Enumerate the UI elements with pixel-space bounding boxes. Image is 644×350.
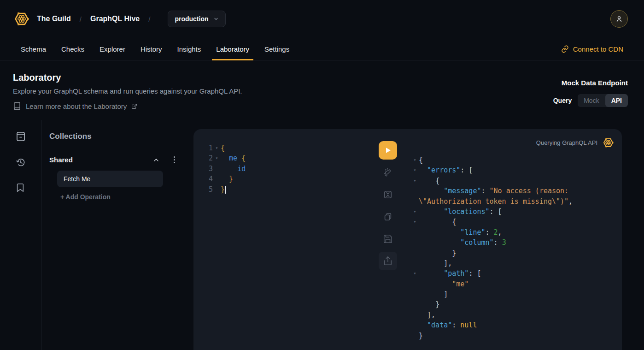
- share-icon: [383, 256, 393, 266]
- fold-arrow-icon[interactable]: ▾: [411, 268, 419, 279]
- code-text: "column": 3: [419, 237, 506, 248]
- prettify-icon: [383, 167, 393, 178]
- fold-spacer: [411, 248, 419, 258]
- fold-spacer: [411, 237, 419, 248]
- tab-history[interactable]: History: [141, 38, 162, 60]
- fold-spacer: [411, 186, 419, 196]
- tab-laboratory[interactable]: Laboratory: [216, 38, 249, 60]
- code-text: {: [419, 155, 423, 165]
- fold-spacer: [411, 310, 419, 320]
- code-text: ],: [419, 258, 452, 268]
- code-text: "data": null: [419, 320, 477, 330]
- save-operation-button[interactable]: [379, 230, 397, 248]
- fold-spacer: [411, 227, 419, 237]
- operation-item-fetch-me[interactable]: Fetch Me: [57, 171, 163, 187]
- code-text: {: [419, 176, 439, 186]
- fold-spacer: [411, 196, 419, 207]
- target-selector-value: production: [175, 15, 208, 23]
- response-json: ▾{▾ "errors": [▾ { "message": "No access…: [411, 155, 617, 341]
- code-text: ]: [419, 289, 448, 299]
- execute-query-button[interactable]: [379, 141, 397, 160]
- fold-spacer: [411, 258, 419, 268]
- org-name[interactable]: The Guild: [37, 15, 71, 23]
- history-icon: [15, 157, 26, 168]
- code-text: {: [221, 143, 225, 153]
- query-label: Query: [553, 97, 572, 104]
- collections-plugin-button[interactable]: [15, 131, 26, 142]
- tab-checks[interactable]: Checks: [61, 38, 84, 60]
- code-text: }: [419, 331, 423, 341]
- code-line: "data": null: [411, 320, 617, 330]
- main-nav: Schema Checks Explorer History Insights …: [0, 38, 644, 60]
- learn-more-link[interactable]: Learn more about the Laboratory: [13, 102, 242, 110]
- fold-arrow-icon[interactable]: ▾: [411, 155, 419, 165]
- share-operation-button[interactable]: [379, 252, 397, 270]
- code-line: 1▾{: [193, 143, 373, 153]
- copy-icon: [383, 212, 393, 222]
- history-plugin-button[interactable]: [15, 157, 26, 168]
- fold-arrow-icon[interactable]: ▾: [411, 165, 419, 175]
- plugin-bar: [0, 120, 41, 350]
- fold-arrow-icon[interactable]: ▾: [411, 217, 419, 227]
- copy-query-button[interactable]: [379, 208, 397, 226]
- play-icon: [384, 147, 392, 154]
- line-number: 4: [193, 174, 213, 184]
- tab-schema[interactable]: Schema: [21, 38, 46, 60]
- code-line: "message": "No access (reason:: [411, 186, 617, 196]
- line-number: 1: [193, 143, 213, 153]
- project-name[interactable]: GraphQL Hive: [90, 15, 140, 23]
- merge-fragments-button[interactable]: [379, 185, 397, 204]
- main-content: Collections Shared Fetch Me + Add Operat…: [0, 120, 644, 350]
- breadcrumb-separator: /: [80, 15, 82, 23]
- add-operation-button[interactable]: + Add Operation: [60, 193, 175, 201]
- fold-spacer: [213, 184, 221, 195]
- query-editor[interactable]: 1▾{2▾ me {3 id4 }5}: [193, 129, 373, 350]
- hive-logo-icon: [602, 136, 615, 149]
- code-text: \"Authorization token is missing\")",: [419, 196, 573, 207]
- chevron-up-icon[interactable]: [152, 156, 160, 164]
- target-selector-button[interactable]: production: [168, 11, 225, 27]
- code-text: }: [221, 174, 233, 184]
- tab-settings[interactable]: Settings: [264, 38, 289, 60]
- fold-arrow-icon[interactable]: ▾: [411, 176, 419, 186]
- fold-arrow-icon[interactable]: ▾: [213, 153, 221, 163]
- code-text: }: [221, 184, 226, 195]
- bookmark-icon: [15, 183, 26, 193]
- bookmarks-plugin-button[interactable]: [15, 183, 26, 194]
- tab-insights[interactable]: Insights: [177, 38, 201, 60]
- code-text: "line": 2,: [419, 227, 502, 237]
- merge-icon: [383, 190, 393, 200]
- code-line: ▾ {: [411, 217, 617, 227]
- fold-spacer: [411, 331, 419, 341]
- mock-endpoint-title: Mock Data Endpoint: [562, 79, 628, 87]
- tab-explorer[interactable]: Explorer: [100, 38, 125, 60]
- code-line: 4 }: [193, 174, 373, 184]
- code-line: }: [411, 248, 617, 258]
- code-line: }: [411, 299, 617, 309]
- fold-spacer: [411, 289, 419, 299]
- line-number: 5: [193, 184, 213, 195]
- connect-cdn-link[interactable]: Connect to CDN: [561, 38, 623, 60]
- fold-spacer: [213, 174, 221, 184]
- code-text: "me": [419, 279, 468, 289]
- code-line: "me": [411, 279, 617, 289]
- kebab-menu-button[interactable]: [174, 156, 175, 163]
- text-cursor: [225, 186, 226, 194]
- code-line: ▾{: [411, 155, 617, 165]
- collection-group-header[interactable]: Shared: [49, 156, 175, 164]
- fold-arrow-icon[interactable]: ▾: [411, 207, 419, 217]
- editor-toolbar: [373, 129, 403, 350]
- toggle-option-mock[interactable]: Mock: [578, 94, 605, 107]
- external-link-icon: [131, 103, 137, 109]
- avatar-button[interactable]: [610, 10, 628, 28]
- code-line: ▾ "errors": [: [411, 165, 617, 175]
- response-pane: Querying GraphQL API ▾{▾: [403, 129, 622, 350]
- fold-arrow-icon[interactable]: ▾: [213, 143, 221, 153]
- prettify-button[interactable]: [379, 163, 397, 182]
- code-text: "message": "No access (reason:: [419, 186, 568, 196]
- fold-spacer: [411, 320, 419, 330]
- breadcrumb-separator: /: [148, 15, 150, 23]
- toggle-option-api[interactable]: API: [605, 94, 628, 107]
- collections-title: Collections: [49, 132, 175, 141]
- code-line: ▾ "path": [: [411, 268, 617, 279]
